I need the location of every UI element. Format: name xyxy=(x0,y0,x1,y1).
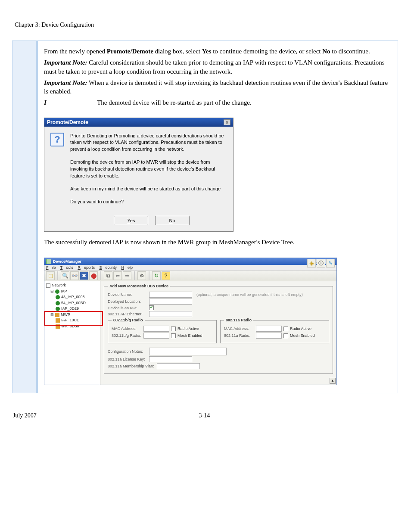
toolbar-tools-icon[interactable]: ✖ xyxy=(80,271,88,280)
dm-titlebar: DeviceManager _ □ × xyxy=(44,258,336,265)
license-key-input[interactable] xyxy=(149,356,192,362)
question-icon: ? xyxy=(50,133,64,146)
body-p1d: Yes xyxy=(202,48,212,55)
bg-radio-label: 802.11b/g Radio: xyxy=(112,333,142,338)
tree-root[interactable]: Network xyxy=(46,283,99,289)
body-p1b: Promote/Demote xyxy=(107,48,153,55)
dialog-titlebar: Promote/Demote × xyxy=(44,118,233,127)
bg-radio-active-checkbox[interactable] xyxy=(171,327,176,331)
toolbar-refresh-icon[interactable]: ↻ xyxy=(152,271,161,280)
device-name-input[interactable] xyxy=(149,292,192,298)
note2-lead: Important Note: xyxy=(44,79,87,86)
dialog-p3: Also keep in my mind the device will be … xyxy=(70,186,227,193)
dm-menubar[interactable]: File Tools Reports Security Help xyxy=(44,265,336,271)
body-p1e: to continue demoting the device, or sele… xyxy=(213,48,322,55)
device-name-hint: (optional; a unique name will be generat… xyxy=(196,292,303,297)
after-dialog-text: The successfully demoted IAP is now show… xyxy=(44,238,392,246)
mesh-enabled-label: Mesh Enabled xyxy=(177,333,202,338)
ap-eth-label: 802.11 AP Ethernet: xyxy=(108,312,147,316)
page-margin-strip xyxy=(12,40,36,393)
device-icon xyxy=(56,301,60,305)
body-text: From the newly opened Promote/Demote dia… xyxy=(44,47,392,107)
highlight-annotation xyxy=(44,311,103,326)
a-radio-active-checkbox[interactable] xyxy=(283,327,288,331)
toolbar-record-icon[interactable]: ◉ xyxy=(307,259,316,268)
radio-active-label: Radio Active xyxy=(177,327,199,331)
body-p1a: From the newly opened xyxy=(44,48,107,55)
toolbar-brush-icon[interactable]: ✎ xyxy=(326,259,335,268)
menu-help[interactable]: Help xyxy=(121,265,133,270)
iap-group-icon xyxy=(55,289,59,294)
tree-iap-group[interactable]: ⊟ IAP xyxy=(46,289,99,295)
membership-vlan-input[interactable] xyxy=(157,363,200,369)
app-icon xyxy=(46,259,51,264)
license-key-label: 802.11a License Key: xyxy=(108,357,147,361)
dialog-title: Promote/Demote xyxy=(47,119,88,125)
note1-text: Careful consideration should be taken pr… xyxy=(44,59,385,75)
ap-eth-input[interactable] xyxy=(149,311,192,317)
toolbar-stop-icon[interactable]: ⬤ xyxy=(89,271,98,280)
bg-mac-input[interactable] xyxy=(143,326,169,332)
toolbar-info-icon[interactable]: ⓘ xyxy=(317,259,325,268)
toolbar-copy-icon[interactable]: ⧉ xyxy=(104,271,112,280)
mac-label: MAC Address: xyxy=(224,327,254,331)
bg-radio-input[interactable] xyxy=(143,333,169,339)
toolbar-help-icon[interactable]: ? xyxy=(162,271,170,280)
body-p1c: dialog box, select xyxy=(155,48,202,55)
bg-radio-fieldset: 802.11b/g Radio MAC Address: Radio Activ… xyxy=(108,318,217,343)
toolbar-new-icon[interactable]: ▢ xyxy=(46,271,55,280)
device-manager-window: DeviceManager _ □ × File Tools Reports S… xyxy=(44,258,337,385)
close-icon[interactable]: × xyxy=(224,119,230,125)
device-name-label: Device Name: xyxy=(108,292,147,297)
scroll-up-icon[interactable]: ▲ xyxy=(330,378,336,384)
a-radio-fieldset: 802.11a Radio MAC Address: Radio Active … xyxy=(220,318,329,343)
a-mac-input[interactable] xyxy=(256,326,282,332)
dialog-p1: Prior to Demoting or Promoting a device … xyxy=(70,133,227,153)
dialog-p4: Do you want to continue? xyxy=(70,199,227,205)
device-form: Add New MotoMesh Duo Device Device Name:… xyxy=(100,281,336,385)
dm-title: DeviceManager xyxy=(53,259,81,264)
menu-security[interactable]: Security xyxy=(99,265,117,270)
a-radio-legend: 802.11a Radio xyxy=(224,318,253,322)
chapter-header: Chapter 3: Device Configuration xyxy=(13,22,398,28)
radio-active-label: Radio Active xyxy=(290,327,311,331)
is-iap-checkbox[interactable] xyxy=(149,305,154,310)
device-icon xyxy=(56,307,60,311)
toolbar-binoculars-icon[interactable]: 👓 xyxy=(70,271,79,280)
note3-lead: IImportant Note: xyxy=(44,99,47,106)
body-p1g: to discontinue. xyxy=(332,48,370,55)
bg-radio-legend: 802.11b/g Radio xyxy=(112,318,145,322)
no-button[interactable]: NNoo xyxy=(155,216,190,225)
footer-date: July 2007 xyxy=(13,412,37,419)
deployed-label: Deployed Location: xyxy=(108,299,147,304)
add-device-legend: Add New MotoMesh Duo Device xyxy=(108,284,170,288)
add-device-fieldset: Add New MotoMesh Duo Device Device Name:… xyxy=(104,284,333,374)
yes-button[interactable]: YYeses xyxy=(114,216,148,225)
device-tree[interactable]: Network ⊟ IAP 48_IAP_0008 54_IAP_00BD IA… xyxy=(44,281,100,385)
a-radio-label: 802.11a Radio: xyxy=(224,333,254,338)
note2-text: When a device is demoted it will stop in… xyxy=(44,79,388,95)
a-mesh-checkbox[interactable] xyxy=(283,333,288,338)
mesh-enabled-label: Mesh Enabled xyxy=(290,333,315,338)
deployed-input[interactable] xyxy=(149,299,192,305)
menu-tools[interactable]: Tools xyxy=(60,265,73,270)
tree-item[interactable]: 48_IAP_0008 xyxy=(46,294,99,300)
is-iap-label: Device is an IAP: xyxy=(108,306,147,310)
note3-text: The demoted device will be re-started as… xyxy=(97,99,252,106)
toolbar-forward-icon[interactable]: ➡ xyxy=(123,271,131,280)
bg-mesh-checkbox[interactable] xyxy=(171,333,176,338)
a-radio-input[interactable] xyxy=(256,333,282,339)
tree-item[interactable]: 54_IAP_00BD xyxy=(46,300,99,306)
mac-label: MAC Address: xyxy=(112,327,142,331)
device-icon xyxy=(56,295,60,299)
dialog-message: Prior to Demoting or Promoting a device … xyxy=(70,133,227,212)
conf-notes-label: Configuration Notes: xyxy=(108,349,147,354)
toolbar-gear-icon[interactable]: ⚙ xyxy=(137,271,146,280)
toolbar-search-icon[interactable]: 🔍 xyxy=(61,271,69,280)
conf-notes-input[interactable] xyxy=(149,348,227,355)
menu-reports[interactable]: Reports xyxy=(78,265,95,270)
toolbar-back-icon[interactable]: ⬅ xyxy=(113,271,122,280)
menu-file[interactable]: File xyxy=(46,265,56,270)
membership-vlan-label: 802.11a Membership Vlan: xyxy=(108,364,155,368)
promote-demote-dialog: Promote/Demote × ? Prior to Demoting or … xyxy=(44,118,234,232)
